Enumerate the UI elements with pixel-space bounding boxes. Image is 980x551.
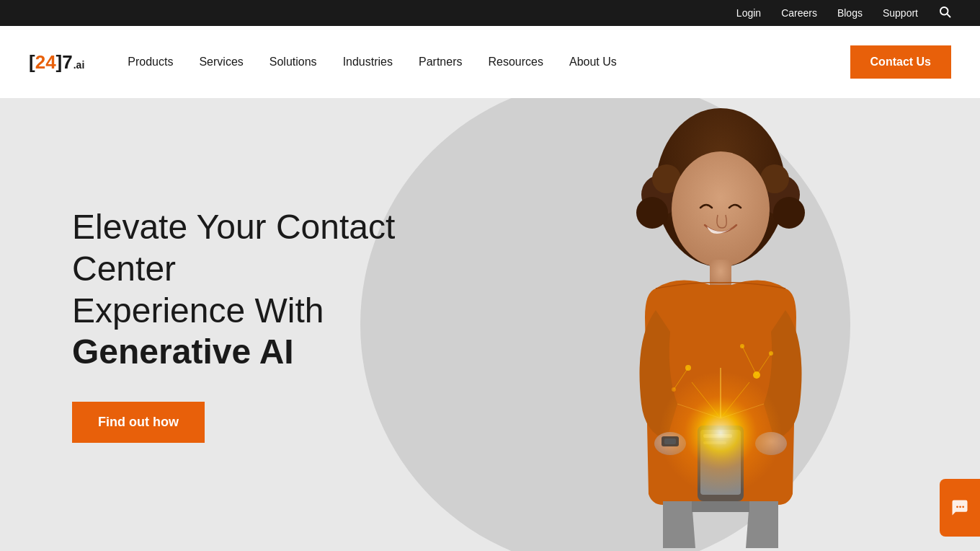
svg-point-9 [672, 151, 770, 267]
blogs-link[interactable]: Blogs [837, 7, 863, 19]
svg-point-37 [962, 506, 964, 508]
hero-content: Elevate Your Contact Center Experience W… [0, 206, 490, 442]
svg-line-1 [947, 14, 950, 17]
svg-rect-34 [664, 438, 676, 444]
nav-links: Products Services Solutions Industries P… [128, 56, 850, 69]
search-icon[interactable] [938, 5, 951, 21]
support-link[interactable]: Support [883, 7, 918, 19]
chat-widget[interactable] [940, 479, 980, 537]
svg-point-36 [959, 506, 961, 508]
contact-us-button[interactable]: Contact Us [850, 45, 951, 79]
logo-24: 24 [35, 51, 56, 74]
nav-industries[interactable]: Industries [343, 56, 393, 69]
logo-bracket-open: [ [29, 51, 35, 74]
top-bar: Login Careers Blogs Support [0, 0, 980, 26]
login-link[interactable]: Login [736, 7, 761, 19]
svg-point-4 [636, 197, 668, 229]
hero-section: Elevate Your Contact Center Experience W… [0, 98, 980, 551]
logo[interactable]: [ 24 ]7 .ai [29, 51, 84, 74]
nav-about[interactable]: About Us [569, 56, 617, 69]
hero-title-bold: Generative AI [72, 332, 294, 371]
svg-point-6 [773, 197, 805, 229]
chat-widget-icon [950, 498, 970, 518]
nav-products[interactable]: Products [128, 56, 173, 69]
find-out-how-button[interactable]: Find out how [72, 402, 205, 443]
nav-resources[interactable]: Resources [488, 56, 543, 69]
hero-title: Elevate Your Contact Center Experience W… [72, 206, 490, 372]
hero-image [576, 98, 865, 551]
woman-illustration [584, 101, 858, 548]
careers-link[interactable]: Careers [781, 7, 817, 19]
nav-solutions[interactable]: Solutions [270, 56, 317, 69]
svg-rect-10 [710, 260, 731, 288]
nav-services[interactable]: Services [199, 56, 243, 69]
svg-rect-32 [692, 501, 749, 512]
navbar: [ 24 ]7 .ai Products Services Solutions … [0, 26, 980, 98]
svg-point-35 [956, 506, 958, 508]
nav-partners[interactable]: Partners [419, 56, 462, 69]
hero-title-line1: Elevate Your Contact Center [72, 208, 395, 288]
logo-ai: .ai [74, 59, 85, 71]
logo-7: ]7 [56, 51, 73, 74]
hero-title-line2-normal: Experience With [72, 291, 324, 330]
